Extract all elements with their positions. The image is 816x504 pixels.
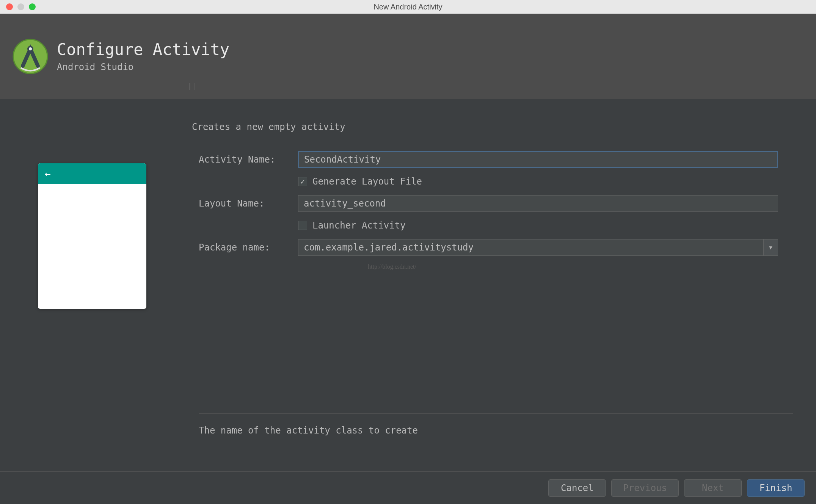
activity-name-label: Activity Name: xyxy=(192,154,298,165)
help-section: The name of the activity class to create xyxy=(199,413,793,436)
wizard-footer: Cancel Previous Next Finish xyxy=(0,471,816,504)
generate-layout-row: Generate Layout File xyxy=(192,176,778,187)
wizard-title: Configure Activity xyxy=(57,40,229,59)
wizard-subtitle: Android Studio xyxy=(57,62,229,72)
watermark: http://blog.csdn.net/ xyxy=(368,263,416,270)
package-name-input[interactable] xyxy=(298,239,763,255)
package-name-row: Package name: ▼ xyxy=(192,239,778,256)
generate-layout-checkbox[interactable] xyxy=(298,177,307,186)
help-text: The name of the activity class to create xyxy=(199,425,793,436)
drag-handle-icon: || xyxy=(188,82,198,90)
chevron-down-icon: ▼ xyxy=(769,244,772,250)
cancel-button[interactable]: Cancel xyxy=(548,479,606,497)
activity-name-row: Activity Name: xyxy=(192,151,778,168)
package-name-label: Package name: xyxy=(192,242,298,253)
package-name-dropdown-arrow[interactable]: ▼ xyxy=(763,239,778,255)
layout-name-row: Layout Name: xyxy=(192,195,778,212)
close-window-button[interactable] xyxy=(6,3,13,10)
activity-preview-pane: ← xyxy=(38,122,146,413)
phone-preview-topbar: ← xyxy=(38,163,146,184)
wizard-header: Configure Activity Android Studio || xyxy=(0,14,816,99)
package-name-select[interactable]: ▼ xyxy=(298,239,778,256)
titlebar: New Android Activity xyxy=(0,0,816,14)
form-pane: Creates a new empty activity Activity Na… xyxy=(192,122,801,413)
launcher-activity-row: Launcher Activity xyxy=(192,220,778,231)
next-button: Next xyxy=(684,479,742,497)
wizard-content: ← Creates a new empty activity Activity … xyxy=(0,99,816,413)
previous-button: Previous xyxy=(611,479,679,497)
svg-point-3 xyxy=(29,47,32,50)
layout-name-input[interactable] xyxy=(298,195,778,212)
android-studio-logo-icon xyxy=(11,38,49,75)
back-arrow-icon: ← xyxy=(45,168,51,179)
window-title: New Android Activity xyxy=(373,3,442,11)
generate-layout-label: Generate Layout File xyxy=(312,176,422,187)
finish-button[interactable]: Finish xyxy=(747,479,805,497)
phone-preview: ← xyxy=(38,163,146,309)
form-description: Creates a new empty activity xyxy=(192,122,778,132)
traffic-lights xyxy=(0,3,36,10)
minimize-window-button xyxy=(17,3,24,10)
launcher-activity-checkbox[interactable] xyxy=(298,221,307,230)
maximize-window-button[interactable] xyxy=(29,3,36,10)
activity-name-input[interactable] xyxy=(298,151,778,168)
launcher-activity-label: Launcher Activity xyxy=(312,220,406,231)
layout-name-label: Layout Name: xyxy=(192,198,298,209)
